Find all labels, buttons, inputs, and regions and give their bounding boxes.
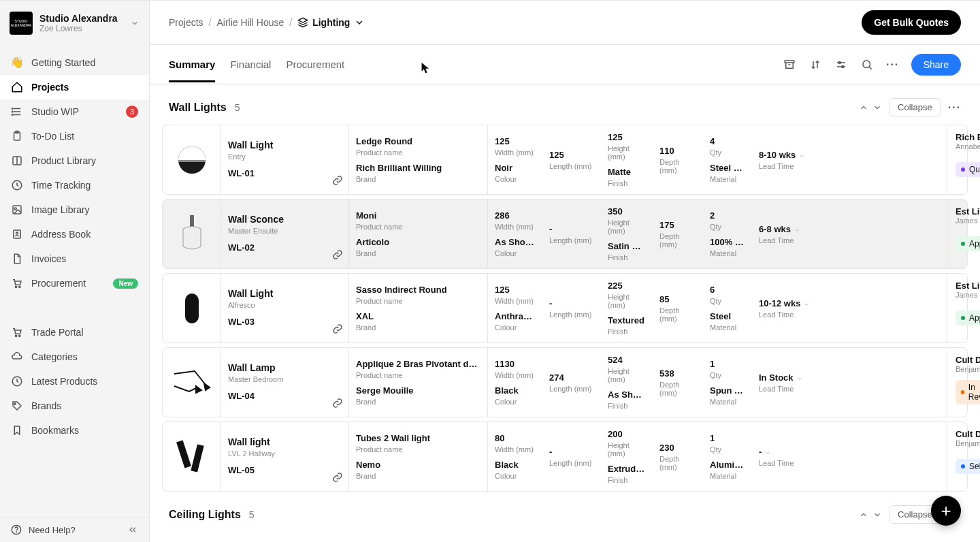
nav-secondary: Trade Portal Categories Latest Products … <box>0 316 149 447</box>
status-chip[interactable]: Approved <box>956 236 980 251</box>
product-row[interactable]: Wall SconceMaster EnsuiteWL-02 MoniProdu… <box>162 199 968 269</box>
sidebar-item-procurement[interactable]: ProcurementNew <box>0 271 149 296</box>
product-thumb <box>163 348 221 417</box>
svg-point-4 <box>12 111 14 112</box>
help-label: Need Help? <box>29 525 76 535</box>
workspace-switcher[interactable]: STUDIOALEXANDRA Studio Alexandra Zoe Low… <box>0 1 149 46</box>
product-row[interactable]: Wall LightEntryWL-01 Ledge RoundProduct … <box>162 125 968 195</box>
product-thumb <box>163 125 221 194</box>
sidebar-item-brands[interactable]: Brands <box>0 394 149 418</box>
supplier-cell: ··· Est LightingJames Davis Approved Get… <box>947 200 980 268</box>
image-icon <box>11 204 23 216</box>
product-row[interactable]: Wall LampMaster BedroomWL-04 Applique 2 … <box>162 347 968 417</box>
sort-icon[interactable] <box>808 57 823 72</box>
section-down[interactable] <box>872 103 882 112</box>
sidebar-item-trade-portal[interactable]: Trade Portal <box>0 320 149 345</box>
sidebar-item-label: Procurement <box>31 278 86 289</box>
cart-icon <box>11 277 23 289</box>
sidebar-item-product-library[interactable]: Product Library <box>0 148 149 173</box>
svg-rect-37 <box>176 440 191 468</box>
sidebar-item-getting-started[interactable]: 👋 Getting Started <box>0 50 149 75</box>
svg-point-22 <box>16 532 17 532</box>
tab-procurement[interactable]: Procurement <box>286 46 344 82</box>
sidebar-item-address-book[interactable]: Address Book <box>0 222 149 246</box>
sidebar-item-image-library[interactable]: Image Library <box>0 197 149 222</box>
section-more[interactable]: ··· <box>948 101 961 114</box>
wave-icon: 👋 <box>11 56 23 69</box>
sidebar-item-to-do-list[interactable]: To-Do List <box>0 124 149 148</box>
sidebar-item-invoices[interactable]: Invoices <box>0 246 149 271</box>
chevron-down-icon <box>130 18 140 28</box>
cloud-icon <box>11 351 23 363</box>
tab-summary[interactable]: Summary <box>169 46 215 82</box>
svg-point-14 <box>16 232 18 234</box>
archive-icon[interactable] <box>782 57 797 72</box>
sidebar-item-studio-wip[interactable]: Studio WIP3 <box>0 99 149 124</box>
product-name-cell: MoniProduct name ArticoloBrand <box>349 200 488 268</box>
crumb-current[interactable]: Lighting <box>297 17 365 28</box>
product-id-cell: Wall LightAlfrescoWL-03 <box>221 274 349 342</box>
sidebar-item-categories[interactable]: Categories <box>0 345 149 369</box>
sidebar-item-label: Trade Portal <box>31 327 84 338</box>
section-count: 5 <box>235 102 240 113</box>
collapse-button[interactable]: Collapse <box>889 98 941 116</box>
svg-rect-11 <box>13 206 21 214</box>
add-button[interactable]: + <box>931 496 961 526</box>
product-thumb <box>163 200 221 268</box>
sidebar-item-projects[interactable]: Projects <box>0 75 149 99</box>
new-tag: New <box>113 278 138 289</box>
product-id-cell: Wall SconceMaster EnsuiteWL-02 <box>221 200 349 268</box>
sidebar-item-label: Categories <box>31 351 78 362</box>
svg-point-17 <box>15 335 16 336</box>
contacts-icon <box>11 228 23 240</box>
product-name-cell: Applique 2 Bras Pivotant do...Product na… <box>349 348 488 417</box>
clock-icon <box>11 375 23 387</box>
svg-marker-23 <box>299 18 308 22</box>
chevron-left-icon[interactable] <box>127 524 138 535</box>
status-chip[interactable]: In Review <box>956 380 980 404</box>
bulk-quotes-button[interactable]: Get Bulk Quotes <box>862 10 961 35</box>
share-button[interactable]: Share <box>911 54 961 76</box>
workspace-user: Zoe Lowres <box>39 24 123 33</box>
svg-point-5 <box>12 114 14 116</box>
product-row[interactable]: Wall LightAlfrescoWL-03 Sasso Indirect R… <box>162 273 968 343</box>
more-icon[interactable]: ··· <box>885 57 900 72</box>
sidebar-item-label: Product Library <box>31 155 96 166</box>
nav-primary: 👋 Getting Started Projects Studio WIP3 T… <box>0 46 149 300</box>
svg-line-30 <box>869 67 871 69</box>
sidebar-item-latest-products[interactable]: Latest Products <box>0 369 149 394</box>
status-chip[interactable]: Quoting <box>956 162 980 177</box>
activity-icon <box>11 106 23 118</box>
layers-icon <box>297 17 308 28</box>
product-id-cell: Wall LampMaster BedroomWL-04 <box>221 348 349 417</box>
svg-rect-38 <box>191 444 203 472</box>
home-icon <box>11 81 23 93</box>
sidebar-item-time-tracking[interactable]: Time Tracking <box>0 173 149 197</box>
product-row[interactable]: Wall lightLVL 2 HallwayWL-05 Tubes 2 Wal… <box>162 421 968 492</box>
section-up[interactable] <box>859 103 868 112</box>
tab-financial[interactable]: Financial <box>230 46 271 82</box>
product-name-cell: Sasso Indirect RoundProduct name XALBran… <box>349 274 488 342</box>
svg-marker-36 <box>196 386 201 393</box>
crumb-project[interactable]: Airlie Hill House <box>216 17 284 28</box>
workspace-name: Studio Alexandra <box>39 13 123 24</box>
status-chip[interactable]: Approved <box>956 310 980 325</box>
supplier-cell: ··· Est LightingJames Davis Approved Get… <box>947 274 980 342</box>
sidebar-item-label: Brands <box>31 400 61 411</box>
sidebar-item-bookmarks[interactable]: Bookmarks <box>0 418 149 443</box>
svg-rect-24 <box>785 61 794 63</box>
section-down[interactable] <box>872 510 882 520</box>
section-up[interactable] <box>859 510 868 520</box>
help-button[interactable]: Need Help? <box>0 517 149 542</box>
sidebar-item-label: Bookmarks <box>31 425 79 436</box>
search-icon[interactable] <box>860 57 875 72</box>
section-count: 5 <box>249 509 255 520</box>
sidebar-item-label: Getting Started <box>31 57 95 68</box>
filter-icon[interactable] <box>834 57 849 72</box>
crumb-projects[interactable]: Projects <box>169 17 203 28</box>
bookmark-icon <box>11 424 23 436</box>
product-name-cell: Ledge RoundProduct name Rich Brilliant W… <box>349 125 488 194</box>
status-chip[interactable]: Selected <box>956 459 980 474</box>
section-title: Ceiling Lights <box>169 509 241 521</box>
svg-marker-35 <box>204 383 210 390</box>
